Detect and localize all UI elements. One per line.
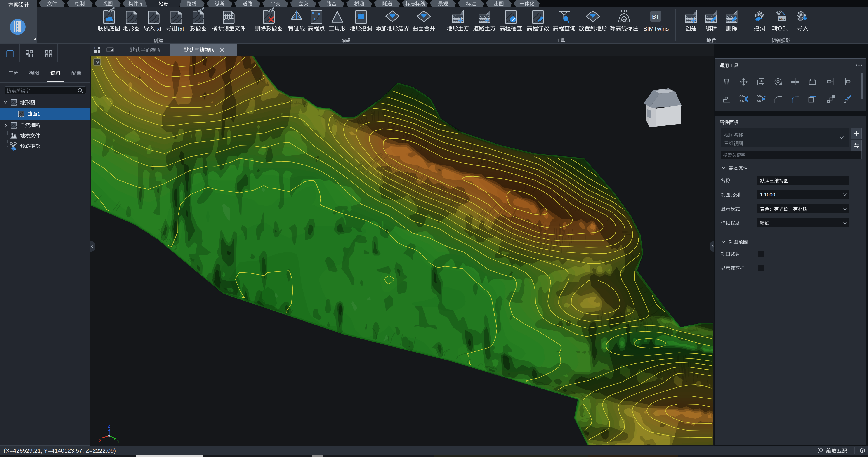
svg-text:X: X: [99, 438, 101, 442]
svg-text:Z: Z: [108, 425, 110, 428]
svg-text:Y: Y: [117, 439, 120, 443]
